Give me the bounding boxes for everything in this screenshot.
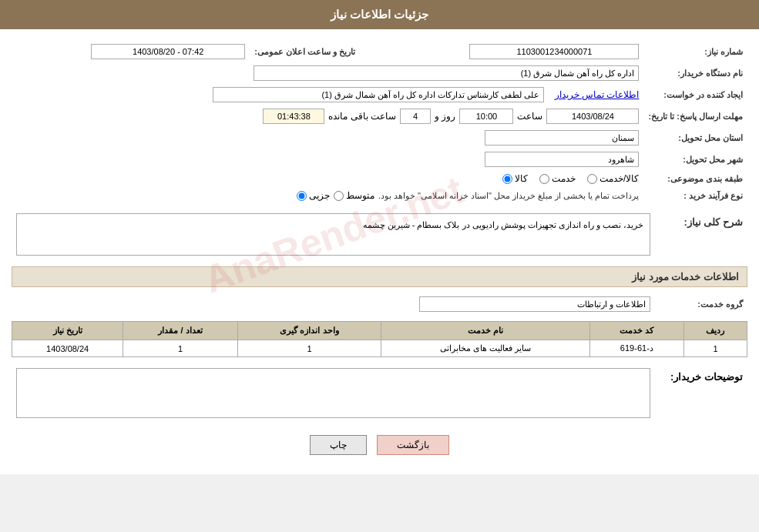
col-service-name: نام خدمت bbox=[381, 322, 590, 340]
buyer-desc-row: توضیحات خریدار: bbox=[12, 365, 747, 423]
province-input[interactable] bbox=[485, 130, 639, 146]
deadline-date-input[interactable] bbox=[546, 109, 639, 124]
description-value-cell: AnaRender.net خرید، نصب و راه اندازی تجه… bbox=[12, 210, 655, 259]
need-number-row: شماره نیاز: تاریخ و ساعت اعلان عمومی: bbox=[12, 41, 747, 62]
category-kala-khadamat-radio[interactable] bbox=[587, 174, 597, 184]
service-group-table: گروه خدمت: bbox=[12, 293, 747, 315]
buyer-org-row: نام دستگاه خریدار: bbox=[12, 62, 747, 84]
cell-unit: 1 bbox=[237, 340, 381, 357]
col-date: تاریخ نیاز bbox=[12, 322, 123, 340]
buyer-org-value bbox=[12, 62, 643, 84]
need-number-value bbox=[383, 41, 643, 62]
service-group-row: گروه خدمت: bbox=[12, 293, 747, 315]
purchase-motavaset-option[interactable]: متوسط bbox=[334, 190, 374, 201]
page-title: جزئیات اطلاعات نیاز bbox=[331, 8, 428, 21]
creator-label: ایجاد کننده در خواست: bbox=[643, 84, 747, 105]
main-content: شماره نیاز: تاریخ و ساعت اعلان عمومی: نا… bbox=[0, 29, 759, 474]
services-table: ردیف کد خدمت نام خدمت واحد اندازه گیری ت… bbox=[12, 321, 747, 357]
city-value bbox=[12, 149, 643, 170]
need-number-label: شماره نیاز: bbox=[643, 41, 747, 62]
city-row: شهر محل تحویل: bbox=[12, 149, 747, 170]
deadline-label: مهلت ارسال پاسخ: تا تاریخ: bbox=[643, 105, 747, 127]
deadline-row-content: ساعت روز و ساعت باقی مانده bbox=[12, 105, 643, 127]
purchase-type-flex: پرداخت تمام یا بخشی از مبلغ خریداز محل "… bbox=[16, 190, 639, 201]
purchase-jozii-radio[interactable] bbox=[297, 191, 307, 201]
category-label: طبقه بندی موضوعی: bbox=[643, 170, 747, 187]
purchase-type-content: پرداخت تمام یا بخشی از مبلغ خریداز محل "… bbox=[12, 187, 643, 204]
cell-date: 1403/08/24 bbox=[12, 340, 123, 357]
purchase-motavaset-radio[interactable] bbox=[334, 191, 344, 201]
buttons-row: بازگشت چاپ bbox=[12, 435, 747, 455]
service-group-value-cell bbox=[12, 293, 655, 315]
col-row-num: ردیف bbox=[683, 322, 747, 340]
purchase-type-label: نوع فرآیند خرید : bbox=[643, 187, 747, 204]
cell-service-code: د-61-619 bbox=[589, 340, 683, 357]
city-input[interactable] bbox=[485, 152, 639, 167]
buyer-desc-textarea[interactable] bbox=[16, 368, 650, 418]
deadline-remaining-label: ساعت باقی مانده bbox=[328, 111, 396, 122]
buyer-desc-table: توضیحات خریدار: bbox=[12, 365, 747, 423]
print-button[interactable]: چاپ bbox=[310, 435, 367, 455]
services-table-body: 1 د-61-619 سایر فعالیت های مخابراتی 1 1 … bbox=[12, 340, 747, 357]
need-number-input[interactable] bbox=[469, 44, 639, 59]
province-row: استان محل تحویل: bbox=[12, 127, 747, 149]
deadline-time-label: ساعت bbox=[517, 111, 542, 122]
category-khadamat-label: خدمت bbox=[552, 173, 576, 184]
service-group-label: گروه خدمت: bbox=[655, 293, 747, 315]
category-row: طبقه بندی موضوعی: کالا/خدمت خدمت کالا bbox=[12, 170, 747, 187]
category-khadamat-radio[interactable] bbox=[539, 174, 549, 184]
buyer-org-label: نام دستگاه خریدار: bbox=[643, 62, 747, 84]
province-value bbox=[12, 127, 643, 149]
description-text: خرید، نصب و راه اندازی تجهیزات پوشش رادی… bbox=[363, 220, 643, 229]
category-kala-radio[interactable] bbox=[502, 174, 512, 184]
col-service-code: کد خدمت bbox=[589, 322, 683, 340]
contact-link[interactable]: اطلاعات تماس خریدار bbox=[555, 89, 640, 100]
services-header-row: ردیف کد خدمت نام خدمت واحد اندازه گیری ت… bbox=[12, 322, 747, 340]
announcement-date-value bbox=[12, 41, 250, 62]
province-label: استان محل تحویل: bbox=[643, 127, 747, 149]
service-group-input[interactable] bbox=[419, 296, 650, 312]
table-row: 1 د-61-619 سایر فعالیت های مخابراتی 1 1 … bbox=[12, 340, 747, 357]
purchase-jozii-option[interactable]: جزیی bbox=[297, 190, 330, 201]
services-table-header: ردیف کد خدمت نام خدمت واحد اندازه گیری ت… bbox=[12, 322, 747, 340]
cell-row-num: 1 bbox=[683, 340, 747, 357]
purchase-motavaset-label: متوسط bbox=[346, 190, 374, 201]
deadline-remaining-input[interactable] bbox=[263, 109, 324, 124]
category-kala-khadamat-label: کالا/خدمت bbox=[599, 173, 639, 184]
category-radios: کالا/خدمت خدمت کالا bbox=[12, 170, 643, 187]
announcement-date-input[interactable] bbox=[91, 44, 245, 59]
buyer-org-input[interactable] bbox=[254, 65, 639, 81]
city-label: شهر محل تحویل: bbox=[643, 149, 747, 170]
description-wrapper: AnaRender.net خرید، نصب و راه اندازی تجه… bbox=[16, 213, 650, 256]
page-container: جزئیات اطلاعات نیاز شماره نیاز: تاریخ و … bbox=[0, 0, 759, 474]
category-khadamat-option[interactable]: خدمت bbox=[539, 173, 576, 184]
category-radio-group: کالا/خدمت خدمت کالا bbox=[502, 173, 639, 184]
buyer-desc-label-text: توضیحات خریدار: bbox=[670, 371, 743, 383]
page-header: جزئیات اطلاعات نیاز bbox=[0, 0, 759, 29]
col-quantity: تعداد / مقدار bbox=[123, 322, 237, 340]
description-row: شرح کلی نیاز: AnaRender.net خرید، نصب و … bbox=[12, 210, 747, 259]
announcement-date-label: تاریخ و ساعت اعلان عمومی: bbox=[250, 41, 360, 62]
description-label-text: شرح کلی نیاز: bbox=[683, 216, 743, 228]
buyer-desc-label: توضیحات خریدار: bbox=[655, 365, 747, 423]
buyer-desc-value-cell bbox=[12, 365, 655, 423]
purchase-jozii-label: جزیی bbox=[309, 190, 330, 201]
cell-service-name: سایر فعالیت های مخابراتی bbox=[381, 340, 590, 357]
purchase-notice: پرداخت تمام یا بخشی از مبلغ خریداز محل "… bbox=[378, 191, 640, 201]
deadline-time-input[interactable] bbox=[459, 109, 513, 124]
deadline-days-label: روز و bbox=[435, 111, 455, 122]
deadline-row: مهلت ارسال پاسخ: تا تاریخ: ساعت روز و سا… bbox=[12, 105, 747, 127]
back-button[interactable]: بازگشت bbox=[377, 435, 449, 455]
creator-input[interactable] bbox=[213, 87, 544, 102]
deadline-days-input[interactable] bbox=[400, 109, 431, 124]
info-table: شماره نیاز: تاریخ و ساعت اعلان عمومی: نا… bbox=[12, 41, 747, 204]
deadline-flex: ساعت روز و ساعت باقی مانده bbox=[16, 109, 639, 124]
services-section-title-text: اطلاعات خدمات مورد نیاز bbox=[632, 271, 739, 283]
category-kala-option[interactable]: کالا bbox=[502, 173, 528, 184]
services-section-title: اطلاعات خدمات مورد نیاز bbox=[12, 266, 747, 287]
description-table: شرح کلی نیاز: AnaRender.net خرید، نصب و … bbox=[12, 210, 747, 259]
creator-row: ایجاد کننده در خواست: اطلاعات تماس خریدا… bbox=[12, 84, 747, 105]
category-kala-khadamat-option[interactable]: کالا/خدمت bbox=[587, 173, 639, 184]
cell-quantity: 1 bbox=[123, 340, 237, 357]
col-unit: واحد اندازه گیری bbox=[237, 322, 381, 340]
